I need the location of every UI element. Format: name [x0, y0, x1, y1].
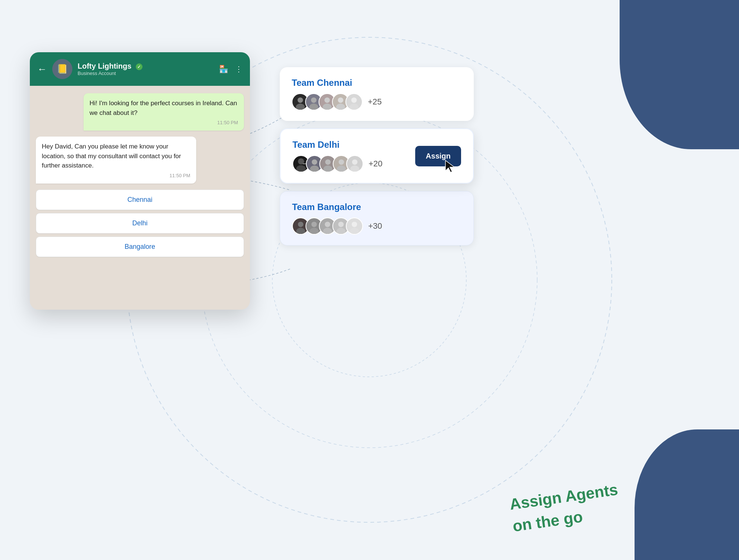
chat-body: Hi! I'm looking for the perfect courses … [30, 86, 250, 310]
received-message-text: Hi! I'm looking for the perfect courses … [90, 98, 238, 118]
svg-point-45 [338, 222, 344, 227]
svg-marker-34 [445, 160, 454, 172]
quick-replies: Chennai Delhi Bangalore [36, 190, 244, 257]
quick-reply-bangalore[interactable]: Bangalore [36, 237, 244, 257]
svg-point-17 [350, 104, 358, 110]
avatar-chennai-5 [345, 93, 363, 110]
header-icons: 🏪 ⋮ [219, 65, 242, 73]
avatar-bangalore-5 [346, 218, 363, 235]
teams-panel: Team Chennai [280, 67, 474, 245]
svg-point-13 [338, 97, 344, 103]
svg-point-26 [325, 159, 331, 165]
team-delhi-count: +20 [369, 159, 382, 169]
team-delhi-name: Team Delhi [292, 140, 408, 150]
svg-point-46 [336, 228, 345, 235]
team-bangalore-avatars: +30 [292, 218, 461, 235]
team-chennai-avatars: +25 [292, 93, 462, 110]
svg-point-5 [296, 104, 305, 110]
svg-point-29 [339, 159, 344, 165]
verified-badge [136, 63, 143, 70]
menu-icon[interactable]: ⋮ [235, 65, 242, 73]
contact-subtitle: Business Account [78, 71, 214, 76]
svg-point-39 [311, 222, 317, 227]
svg-point-14 [336, 104, 345, 110]
team-delhi-avatars: +20 [292, 155, 408, 172]
assign-button-wrapper: Assign [415, 146, 461, 166]
svg-point-20 [296, 165, 306, 172]
svg-point-49 [350, 228, 359, 235]
svg-point-7 [311, 97, 317, 103]
team-delhi-info: Team Delhi [292, 140, 408, 172]
contact-name-text: Lofty Lightings [78, 62, 131, 70]
quick-reply-chennai[interactable]: Chennai [36, 190, 244, 210]
svg-point-16 [351, 97, 357, 103]
svg-point-37 [296, 228, 305, 235]
cursor-pointer [445, 160, 455, 175]
team-bangalore-card: Team Bangalore [280, 191, 474, 245]
message-received: Hi! I'm looking for the perfect courses … [84, 93, 244, 131]
svg-point-30 [337, 166, 346, 172]
svg-point-8 [309, 104, 318, 110]
svg-point-32 [352, 159, 358, 165]
team-bangalore-info: Team Bangalore [292, 202, 461, 235]
contact-avatar: 📒 [52, 59, 72, 79]
team-chennai-info: Team Chennai [292, 78, 462, 110]
svg-point-43 [323, 228, 332, 235]
message-sent: Hey David, Can you please let me know yo… [36, 137, 196, 184]
team-delhi-card: Team Delhi [280, 128, 474, 184]
chat-header: ← 📒 Lofty Lightings Business Account 🏪 ⋮ [30, 52, 250, 86]
svg-point-48 [352, 222, 357, 227]
svg-point-36 [298, 222, 304, 227]
svg-point-27 [323, 166, 332, 172]
svg-point-24 [310, 166, 319, 172]
avatar-delhi-5 [346, 155, 363, 172]
phone-mockup: ← 📒 Lofty Lightings Business Account 🏪 ⋮… [30, 52, 250, 310]
team-chennai-count: +25 [368, 97, 382, 107]
header-info: Lofty Lightings Business Account [78, 62, 214, 76]
sent-message-text: Hey David, Can you please let me know yo… [42, 142, 190, 170]
svg-point-11 [323, 104, 332, 110]
svg-point-4 [298, 97, 303, 103]
team-bangalore-name: Team Bangalore [292, 202, 461, 212]
team-chennai-name: Team Chennai [292, 78, 462, 88]
svg-point-10 [325, 97, 330, 103]
store-icon[interactable]: 🏪 [219, 65, 228, 73]
avatar-icon: 📒 [57, 64, 68, 74]
svg-point-33 [350, 166, 359, 172]
main-container: ← 📒 Lofty Lightings Business Account 🏪 ⋮… [30, 45, 683, 530]
svg-point-23 [312, 159, 317, 165]
team-chennai-card: Team Chennai [280, 67, 474, 121]
quick-reply-delhi[interactable]: Delhi [36, 213, 244, 234]
svg-point-42 [325, 222, 331, 227]
received-message-time: 11:50 PM [90, 120, 238, 125]
sent-message-time: 11:50 PM [42, 173, 190, 178]
team-bangalore-count: +30 [368, 221, 382, 231]
back-button[interactable]: ← [37, 63, 47, 75]
svg-point-40 [310, 228, 319, 235]
contact-name: Lofty Lightings [78, 62, 214, 71]
